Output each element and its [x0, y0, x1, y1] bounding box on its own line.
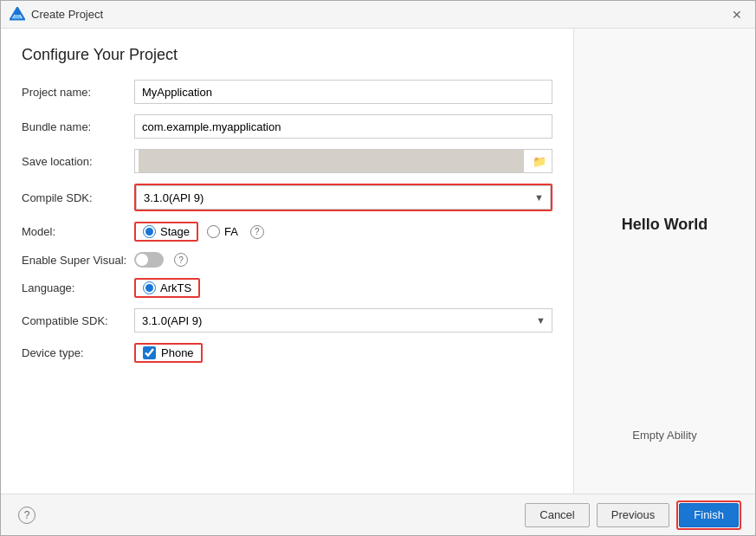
compatible-sdk-control: 3.1.0(API 9) 3.0.0(API 8) 2.5.0(API 7) ▼	[134, 308, 552, 333]
title-bar-left: Create Project	[10, 7, 103, 23]
model-fa-radio[interactable]	[207, 225, 220, 238]
previous-button[interactable]: Previous	[597, 503, 670, 527]
super-visual-label: Enable Super Visual:	[22, 254, 134, 267]
app-logo	[10, 7, 25, 23]
left-panel: Configure Your Project Project name: Bun…	[1, 29, 573, 494]
create-project-dialog: Create Project ✕ Configure Your Project …	[0, 0, 756, 536]
model-fa-label: FA	[224, 225, 238, 238]
project-name-control	[134, 80, 552, 104]
save-location-label: Save location:	[22, 155, 134, 168]
compatible-sdk-select-wrapper: 3.1.0(API 9) 3.0.0(API 8) 2.5.0(API 7) ▼	[134, 308, 552, 333]
device-type-row: Device type: Phone	[22, 343, 552, 363]
language-radio-group: ArkTS	[134, 278, 552, 298]
model-fa-item: FA	[207, 225, 238, 238]
footer-right: Cancel Previous Finish	[525, 500, 741, 530]
footer-help-icon[interactable]: ?	[18, 507, 36, 524]
save-location-control: 📁	[134, 149, 552, 173]
device-phone-label: Phone	[161, 346, 194, 359]
preview-title: Hello World	[622, 216, 708, 234]
save-location-wrapper: 📁	[134, 149, 552, 173]
preview-subtitle: Empty Ability	[632, 429, 696, 442]
super-visual-control: ?	[134, 252, 552, 268]
cancel-button[interactable]: Cancel	[525, 503, 589, 527]
language-label: Language:	[22, 281, 134, 294]
model-row: Model: Stage FA ?	[22, 222, 552, 242]
model-help-icon[interactable]: ?	[250, 225, 264, 239]
device-type-label: Device type:	[22, 346, 134, 359]
model-stage-radio[interactable]	[143, 225, 156, 238]
close-button[interactable]: ✕	[727, 6, 746, 23]
stage-highlight: Stage	[134, 222, 198, 242]
save-location-bar	[139, 150, 524, 172]
super-visual-toggle[interactable]	[134, 252, 164, 268]
footer-left: ?	[15, 507, 36, 524]
bundle-name-input[interactable]	[134, 114, 552, 139]
super-visual-help-icon[interactable]: ?	[174, 253, 188, 267]
device-highlight: Phone	[134, 343, 203, 363]
page-title: Configure Your Project	[22, 46, 552, 64]
model-radio-group: Stage FA ?	[134, 222, 552, 242]
model-stage-label: Stage	[160, 225, 190, 238]
language-highlight: ArkTS	[134, 278, 200, 298]
project-name-input[interactable]	[134, 80, 552, 104]
super-visual-toggle-wrapper: ?	[134, 252, 552, 268]
device-phone-item: Phone	[143, 346, 194, 359]
device-phone-checkbox[interactable]	[143, 346, 156, 359]
compile-sdk-select-wrapper: 3.1.0(API 9) 3.0.0(API 8) 2.5.0(API 7) ▼	[136, 185, 551, 210]
compatible-sdk-select[interactable]: 3.1.0(API 9) 3.0.0(API 8) 2.5.0(API 7)	[134, 308, 552, 333]
title-bar: Create Project ✕	[1, 1, 755, 29]
compile-sdk-row: Compile SDK: 3.1.0(API 9) 3.0.0(API 8) 2…	[22, 184, 552, 211]
compatible-sdk-label: Compatible SDK:	[22, 314, 134, 327]
project-name-row: Project name:	[22, 80, 552, 104]
dialog-footer: ? Cancel Previous Finish	[1, 494, 755, 535]
finish-button[interactable]: Finish	[679, 503, 739, 527]
preview-subtitle-area: Empty Ability	[632, 429, 696, 459]
finish-button-wrapper: Finish	[676, 500, 741, 530]
model-label: Model:	[22, 225, 134, 238]
super-visual-row: Enable Super Visual: ?	[22, 252, 552, 268]
toggle-knob	[136, 254, 148, 266]
bundle-name-control	[134, 114, 552, 139]
compile-sdk-label: Compile SDK:	[22, 191, 134, 204]
dialog-body: Configure Your Project Project name: Bun…	[1, 29, 755, 494]
model-stage-item: Stage	[143, 225, 190, 238]
language-arkts-label: ArkTS	[160, 281, 191, 294]
preview-area: Hello World	[622, 29, 708, 429]
language-arkts-item: ArkTS	[143, 281, 191, 294]
model-control: Stage FA ?	[134, 222, 552, 242]
bundle-name-label: Bundle name:	[22, 120, 134, 133]
compatible-sdk-row: Compatible SDK: 3.1.0(API 9) 3.0.0(API 8…	[22, 308, 552, 333]
language-row: Language: ArkTS	[22, 278, 552, 298]
language-arkts-radio[interactable]	[143, 281, 156, 294]
dialog-title: Create Project	[31, 8, 103, 21]
compile-sdk-highlight: 3.1.0(API 9) 3.0.0(API 8) 2.5.0(API 7) ▼	[134, 184, 552, 211]
compile-sdk-select[interactable]: 3.1.0(API 9) 3.0.0(API 8) 2.5.0(API 7)	[136, 185, 551, 210]
save-location-row: Save location: 📁	[22, 149, 552, 173]
compile-sdk-control: 3.1.0(API 9) 3.0.0(API 8) 2.5.0(API 7) ▼	[134, 184, 552, 211]
right-panel: Hello World Empty Ability	[573, 29, 755, 494]
project-name-label: Project name:	[22, 86, 134, 99]
folder-icon[interactable]: 📁	[527, 155, 552, 168]
bundle-name-row: Bundle name:	[22, 114, 552, 139]
language-control: ArkTS	[134, 278, 552, 298]
device-type-control: Phone	[134, 343, 552, 363]
